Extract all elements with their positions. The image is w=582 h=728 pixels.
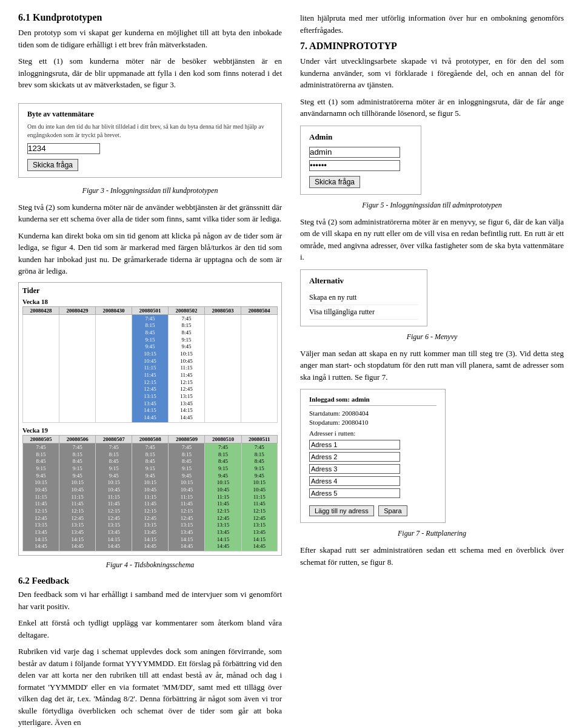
figure7-addr4-input[interactable] — [309, 476, 400, 486]
day-header: 20080504 — [241, 306, 278, 314]
section7-p4: Väljer man sedan att skapa en ny rutt ko… — [300, 348, 564, 383]
day-header: 20080502 — [169, 306, 205, 314]
figure7-caption: Figur 7 - Ruttplanering — [300, 529, 564, 538]
figure4-caption: Figur 4 - Tidsbokningsschema — [18, 561, 282, 570]
figure7-address-label: Adresser i rutten: — [309, 430, 436, 437]
figure4-container: Tider Vecka 18 20080428 20080429 2008043… — [18, 282, 282, 556]
figure3-container: Byte av vattenmätare Om du inte kan den … — [18, 97, 282, 195]
day-header: 20080505 — [23, 435, 59, 443]
figure6-title: Alternativ — [309, 276, 418, 286]
day-header: 20080509 — [169, 435, 205, 443]
admin-username-input[interactable] — [309, 147, 400, 158]
time-slot[interactable] — [241, 314, 278, 422]
day-header: 20080428 — [23, 306, 59, 314]
section61-p2: Steg ett (1) som kunderna möter när de b… — [18, 55, 282, 91]
time-slot[interactable] — [23, 314, 59, 422]
figure7-add-address-button[interactable]: Lägg till ny adress — [309, 505, 374, 516]
day-header: 20080507 — [96, 435, 132, 443]
right-column: liten hjälpruta med mer utförlig informa… — [300, 12, 564, 728]
section7-p2: Steg ett (1) som administratörerna möter… — [300, 96, 564, 120]
time-slot[interactable]: 7:458:158:459:159:4510:1510:4511:1511:45… — [169, 314, 205, 422]
day-header: 20080511 — [241, 435, 277, 443]
figure7-addr5-input[interactable] — [309, 488, 400, 498]
figure3-subtitle: Om du inte kan den tid du har blivit til… — [27, 123, 273, 140]
figure7-box: Inloggad som: admin Startdatum: 20080404… — [300, 389, 446, 523]
time-slot-taken[interactable]: 7:458:158:459:159:4510:1510:4511:1511:45… — [23, 443, 59, 551]
figure7-container: Inloggad som: admin Startdatum: 20080404… — [300, 389, 564, 538]
time-slot-free[interactable]: 7:458:158:459:159:4510:1510:4511:1511:45… — [205, 443, 241, 551]
week19-table: 20080505 20080506 20080507 20080508 2008… — [22, 435, 278, 551]
section61-p4: Kunderna kan direkt boka om sin tid geno… — [18, 230, 282, 277]
figure7-stoplabel: Stopdatum: 20080410 — [309, 419, 436, 426]
section7-p5: Efter skapad rutt ser administratören se… — [300, 544, 564, 568]
day-header: 20080510 — [205, 435, 241, 443]
time-slot-taken[interactable]: 7:458:158:459:159:4510:1510:4511:1511:45… — [59, 443, 96, 551]
time-slot-booked[interactable]: 7:458:158:459:159:4510:1510:4511:1511:45… — [132, 314, 169, 422]
figure7-start-section: Startdatum: 20080404 Stopdatum: 20080410 — [309, 410, 436, 426]
time-slot-taken[interactable]: 7:458:158:459:159:4510:1510:4511:1511:45… — [96, 443, 132, 551]
figure7-addr1-input[interactable] — [309, 440, 400, 450]
left-column: 6.1 Kundprototypen Den prototyp som vi s… — [18, 12, 282, 728]
day-header: 20080506 — [59, 435, 96, 443]
time-slot[interactable] — [59, 314, 96, 422]
section7-heading: 7. ADMINPROTOTYP — [300, 41, 564, 52]
figure4-title: Tider — [22, 286, 278, 295]
figure7-startlabel: Startdatum: 20080404 — [309, 410, 436, 417]
day-header: 20080503 — [205, 306, 241, 314]
figure3-caption: Figur 3 - Inloggningssidan till kundprot… — [18, 186, 282, 195]
week18-table: 20080428 20080429 20080430 20080501 2008… — [22, 306, 278, 423]
section62-p3: Rubriken vid varje dag i schemat upplevd… — [18, 645, 282, 728]
section7-p3: Steg två (2) som administratörerna möter… — [300, 216, 564, 263]
figure3-code-input[interactable] — [27, 143, 100, 154]
day-header: 20080508 — [132, 435, 169, 443]
figure3-title: Byte av vattenmätare — [27, 110, 273, 119]
section61-p1: Den prototyp som vi skapat ger kunderna … — [18, 27, 282, 50]
figure6-caption: Figur 6 - Menyvy — [300, 332, 564, 342]
time-slot-taken[interactable]: 7:458:158:459:159:4510:1510:4511:1511:45… — [169, 443, 205, 551]
figure5-container: Admin Skicka fråga Figur 5 - Inloggnings… — [300, 126, 564, 210]
day-header: 20080429 — [59, 306, 96, 314]
figure7-title: Inloggad som: admin — [309, 396, 436, 406]
figure7-addr2-input[interactable] — [309, 452, 400, 462]
figure5-box: Admin Skicka fråga — [300, 126, 421, 195]
section61-heading: 6.1 Kundprototypen — [18, 12, 282, 23]
figure3-send-button[interactable]: Skicka fråga — [27, 159, 78, 171]
day-header: 20080501 — [132, 306, 169, 314]
figure6-item1[interactable]: Skapa en ny rutt — [309, 291, 418, 305]
figure5-title: Admin — [309, 132, 412, 142]
time-slot[interactable] — [205, 314, 241, 422]
time-slot-taken[interactable]: 7:458:158:459:159:4510:1510:4511:1511:45… — [132, 443, 169, 551]
day-header: 20080430 — [96, 306, 132, 314]
time-slot[interactable] — [96, 314, 132, 422]
figure3-box: Byte av vattenmätare Om du inte kan den … — [18, 103, 282, 178]
section61-p3: Steg två (2) som kunderna möter när de a… — [18, 201, 282, 225]
figure6-item2[interactable]: Visa tillgängliga rutter — [309, 305, 418, 320]
figure5-caption: Figur 5 - Inloggningssidan till adminpro… — [300, 201, 564, 210]
figure6-container: Alternativ Skapa en ny rutt Visa tillgän… — [300, 269, 564, 342]
section62-p1: Den feedback som vi har erhålligt i samb… — [18, 588, 282, 612]
figure7-addr3-input[interactable] — [309, 464, 400, 474]
section7-p1: Under vårt utvecklingsarbete skapade vi … — [300, 55, 564, 91]
section62-heading: 6.2 Feedback — [18, 576, 282, 586]
week19-label: Vecka 19 — [22, 426, 278, 434]
figure5-send-button[interactable]: Skicka fråga — [309, 176, 360, 188]
section62-p2: Enkel att förstå och tydligt upplägg var… — [18, 617, 282, 641]
time-slot-free[interactable]: 7:458:158:459:159:4510:1510:4511:1511:45… — [241, 443, 277, 551]
figure6-box: Alternativ Skapa en ny rutt Visa tillgän… — [300, 269, 427, 326]
week18-label: Vecka 18 — [22, 298, 278, 305]
admin-password-input[interactable] — [309, 160, 400, 171]
figure7-save-button[interactable]: Spara — [378, 505, 407, 516]
right-intro: liten hjälpruta med mer utförlig informa… — [300, 12, 564, 36]
